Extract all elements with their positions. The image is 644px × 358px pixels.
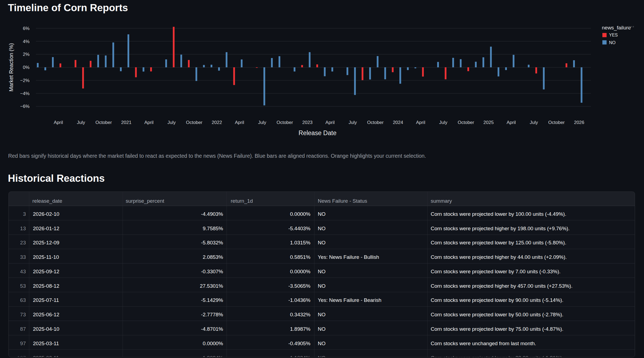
svg-text:NO: NO xyxy=(318,211,326,217)
svg-text:-0.3307%: -0.3307% xyxy=(201,269,223,274)
svg-text:October: October xyxy=(548,120,565,125)
svg-text:release_date: release_date xyxy=(32,198,62,204)
svg-text:13: 13 xyxy=(20,226,26,231)
svg-text:October: October xyxy=(95,120,112,125)
svg-text:53: 53 xyxy=(20,283,26,289)
svg-text:April: April xyxy=(54,120,63,125)
svg-text:October: October xyxy=(367,120,384,125)
svg-text:2023: 2023 xyxy=(302,120,313,125)
svg-text:Corn stocks were projected low: Corn stocks were projected lower by 50.0… xyxy=(431,312,563,317)
svg-text:surprise_percent: surprise_percent xyxy=(126,198,164,204)
svg-text:2025-03-11: 2025-03-11 xyxy=(33,341,59,346)
svg-text:July: July xyxy=(167,120,176,125)
svg-text:2022: 2022 xyxy=(212,120,222,125)
svg-text:Yes: News Failure - Bullish: Yes: News Failure - Bullish xyxy=(318,254,379,260)
svg-text:2026-02-10: 2026-02-10 xyxy=(33,211,59,217)
svg-text:33: 33 xyxy=(20,254,26,260)
svg-text:NO: NO xyxy=(318,341,326,346)
svg-text:Corn stocks were projected low: Corn stocks were projected lower by 100.… xyxy=(431,211,566,217)
svg-text:-2.7778%: -2.7778% xyxy=(201,312,223,317)
svg-text:July: July xyxy=(349,120,357,125)
svg-text:3: 3 xyxy=(23,211,26,217)
svg-text:NO: NO xyxy=(318,226,326,231)
svg-text:Corn stocks were projected low: Corn stocks were projected lower by 7.00… xyxy=(431,269,560,274)
svg-text:-5.4403%: -5.4403% xyxy=(288,226,310,231)
svg-text:return_1d: return_1d xyxy=(231,198,253,204)
svg-text:−2%: −2% xyxy=(20,78,30,83)
svg-text:NO: NO xyxy=(318,283,326,289)
svg-text:-4.8701%: -4.8701% xyxy=(201,326,223,332)
svg-text:October: October xyxy=(276,120,293,125)
svg-text:4%: 4% xyxy=(23,39,30,44)
svg-text:NO: NO xyxy=(609,40,616,45)
svg-text:2026-01-12: 2026-01-12 xyxy=(33,226,59,231)
svg-text:1.8987%: 1.8987% xyxy=(290,326,310,332)
svg-text:2025-06-12: 2025-06-12 xyxy=(33,312,59,317)
svg-text:87: 87 xyxy=(20,326,26,332)
svg-text:July: July xyxy=(530,120,538,125)
svg-text:2025-12-09: 2025-12-09 xyxy=(33,240,59,245)
svg-text:2025-07-11: 2025-07-11 xyxy=(33,297,59,303)
svg-text:2021: 2021 xyxy=(121,120,131,125)
svg-text:April: April xyxy=(235,120,244,125)
svg-text:0.0000%: 0.0000% xyxy=(203,341,223,346)
svg-text:Market Reaction (%): Market Reaction (%) xyxy=(8,43,14,92)
svg-text:NO: NO xyxy=(318,326,326,332)
svg-text:9.7585%: 9.7585% xyxy=(203,226,223,231)
svg-text:-4.4903%: -4.4903% xyxy=(201,211,223,217)
svg-text:April: April xyxy=(416,120,425,125)
svg-text:July: July xyxy=(258,120,266,125)
svg-text:NO: NO xyxy=(318,312,326,317)
svg-text:2025: 2025 xyxy=(483,120,494,125)
svg-text:73: 73 xyxy=(20,312,26,317)
svg-text:0%: 0% xyxy=(23,65,30,70)
svg-text:0.0000%: 0.0000% xyxy=(290,211,310,217)
svg-text:Corn stocks were projected hig: Corn stocks were projected higher by 457… xyxy=(431,283,572,289)
svg-text:2.0853%: 2.0853% xyxy=(203,254,223,260)
svg-text:April: April xyxy=(507,120,516,125)
svg-text:97: 97 xyxy=(20,341,26,346)
svg-text:summary: summary xyxy=(431,198,452,204)
svg-text:NO: NO xyxy=(318,240,326,245)
svg-text:Release Date: Release Date xyxy=(298,129,336,136)
svg-text:Corn stocks were projected low: Corn stocks were projected lower by 90.0… xyxy=(431,297,563,303)
svg-text:23: 23 xyxy=(20,240,26,245)
svg-text:-0.4905%: -0.4905% xyxy=(288,341,310,346)
svg-text:63: 63 xyxy=(20,297,26,303)
svg-text:news_failure: news_failure xyxy=(602,25,631,31)
svg-text:0.3432%: 0.3432% xyxy=(290,312,310,317)
svg-text:Corn stocks were projected low: Corn stocks were projected lower by 75.0… xyxy=(431,326,563,332)
svg-text:2025-08-12: 2025-08-12 xyxy=(33,283,59,289)
svg-text:27.5301%: 27.5301% xyxy=(200,283,223,289)
svg-text:-5.1429%: -5.1429% xyxy=(201,297,223,303)
svg-text:October: October xyxy=(458,120,474,125)
svg-text:0.0000%: 0.0000% xyxy=(290,269,310,274)
svg-text:0.5851%: 0.5851% xyxy=(290,254,310,260)
svg-text:April: April xyxy=(325,120,335,125)
svg-text:2026: 2026 xyxy=(574,120,584,125)
svg-text:1.0315%: 1.0315% xyxy=(290,240,310,245)
svg-text:2025-11-10: 2025-11-10 xyxy=(33,254,59,260)
svg-text:YES: YES xyxy=(609,33,618,37)
svg-text:Corn stocks were projected hig: Corn stocks were projected higher by 198… xyxy=(431,226,570,231)
svg-text:Red bars signify historical da: Red bars signify historical days where t… xyxy=(8,153,426,159)
svg-text:Corn stocks were projected hig: Corn stocks were projected higher by 44.… xyxy=(431,254,567,260)
svg-text:October: October xyxy=(186,120,203,125)
svg-text:July: July xyxy=(77,120,85,125)
svg-text:-3.5065%: -3.5065% xyxy=(288,283,310,289)
svg-text:Timeline of Corn Reports: Timeline of Corn Reports xyxy=(8,2,128,13)
svg-text:−4%: −4% xyxy=(20,91,30,96)
svg-text:Corn stocks were projected low: Corn stocks were projected lower by 125.… xyxy=(431,240,566,245)
svg-text:-1.0436%: -1.0436% xyxy=(288,297,310,303)
svg-text:Historical Reactions: Historical Reactions xyxy=(8,173,105,184)
svg-text:Yes: News Failure - Bearish: Yes: News Failure - Bearish xyxy=(318,297,381,303)
svg-text:43: 43 xyxy=(20,269,26,274)
svg-text:6%: 6% xyxy=(23,26,30,31)
svg-text:Corn stocks were unchanged fro: Corn stocks were unchanged from last mon… xyxy=(431,341,536,346)
svg-text:NO: NO xyxy=(318,269,326,274)
svg-text:News Failure - Status: News Failure - Status xyxy=(318,198,367,204)
svg-text:April: April xyxy=(144,120,153,125)
svg-text:2025-09-12: 2025-09-12 xyxy=(33,269,59,274)
svg-text:2025-04-10: 2025-04-10 xyxy=(33,326,59,332)
svg-text:2%: 2% xyxy=(23,52,30,57)
